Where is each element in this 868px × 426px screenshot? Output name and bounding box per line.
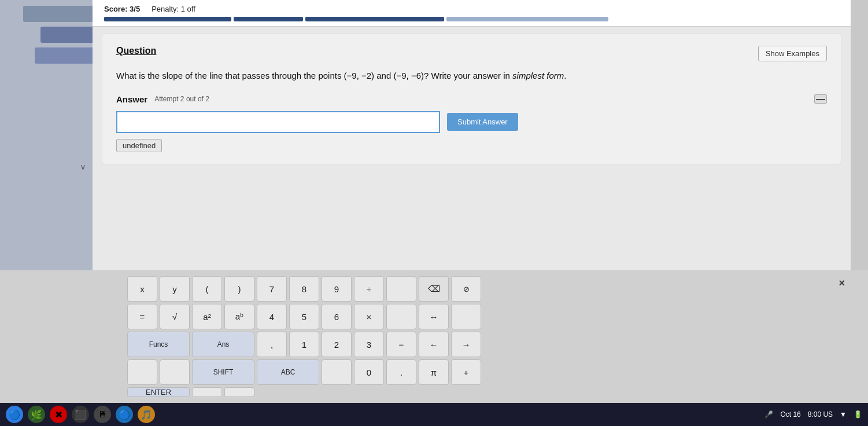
submit-answer-button[interactable]: Submit Answer — [447, 113, 518, 131]
key-3[interactable]: 3 — [354, 332, 384, 357]
taskbar-icon-3[interactable]: ✖ — [50, 406, 67, 423]
key-multiply[interactable]: × — [354, 304, 384, 329]
question-header: Question Show Examples — [116, 46, 827, 61]
answer-section: Answer Attempt 2 out of 2 — Submit Answe… — [116, 94, 827, 152]
key-empty-7 — [192, 387, 222, 397]
key-5[interactable]: 5 — [289, 304, 319, 329]
chevron-down-icon[interactable]: v — [81, 162, 85, 171]
key-shift[interactable]: SHIFT — [192, 359, 254, 385]
taskbar-icon-2[interactable]: 🌿 — [28, 406, 45, 423]
key-pi[interactable]: π — [419, 359, 449, 385]
score-label: Score: 3/5 — [104, 5, 140, 13]
wifi-icon: ▼ — [840, 410, 847, 418]
sidebar-item-2 — [40, 27, 93, 43]
key-empty-1 — [386, 276, 416, 302]
progress-seg-1 — [104, 17, 231, 21]
key-backspace[interactable]: ⌫ — [419, 276, 449, 302]
progress-bar — [104, 17, 839, 21]
taskbar-date: Oct 16 — [780, 410, 800, 418]
key-plus[interactable]: + — [451, 359, 481, 385]
key-clear[interactable]: ⊘ — [451, 276, 481, 302]
taskbar-chrome-icon[interactable]: 🔵 — [6, 406, 23, 423]
key-empty-6 — [322, 359, 352, 385]
key-7[interactable]: 7 — [257, 276, 287, 302]
taskbar-icon-5[interactable]: 🖥 — [94, 406, 111, 423]
key-close-paren[interactable]: ) — [224, 276, 254, 302]
key-8[interactable]: 8 — [289, 276, 319, 302]
taskbar-time: 8:00 US — [808, 410, 833, 418]
key-double-arrow[interactable]: ↔ — [419, 304, 449, 329]
show-examples-button[interactable]: Show Examples — [758, 46, 827, 61]
keyboard-area: × x y ( ) 7 8 9 ÷ ⌫ ⊘ = √ a² aᵇ 4 5 6 × … — [0, 270, 868, 403]
question-title: Question — [116, 46, 156, 56]
taskbar: 🔵 🌿 ✖ ⬛ 🖥 🔵 🎵 🎤 Oct 16 8:00 US ▼ 🔋 — [0, 403, 868, 426]
collapse-icon[interactable]: — — [814, 94, 827, 104]
answer-label: Answer — [116, 94, 147, 104]
sidebar-item-3 — [35, 47, 93, 64]
key-funcs[interactable]: Funcs — [127, 332, 190, 357]
taskbar-right: 🎤 Oct 16 8:00 US ▼ 🔋 — [764, 410, 862, 418]
key-left-arrow[interactable]: ← — [419, 332, 449, 357]
undefined-badge[interactable]: undefined — [116, 139, 162, 152]
key-divide[interactable]: ÷ — [354, 276, 384, 302]
key-power[interactable]: aᵇ — [224, 304, 254, 329]
key-comma[interactable]: , — [257, 332, 287, 357]
score-bar-area: Score: 3/5 Penalty: 1 off — [93, 0, 851, 27]
key-empty-8 — [224, 387, 254, 397]
taskbar-icon-7[interactable]: 🎵 — [138, 406, 155, 423]
mic-icon: 🎤 — [764, 410, 773, 418]
question-area: Question Show Examples What is the slope… — [102, 34, 841, 164]
sidebar-item-1 — [23, 6, 93, 22]
key-2[interactable]: 2 — [322, 332, 352, 357]
key-6[interactable]: 6 — [322, 304, 352, 329]
key-equals[interactable]: = — [127, 304, 157, 329]
key-dot[interactable]: . — [386, 359, 416, 385]
key-empty-5 — [160, 359, 190, 385]
key-x[interactable]: x — [127, 276, 157, 302]
progress-seg-2 — [234, 17, 303, 21]
key-ans[interactable]: Ans — [192, 332, 254, 357]
taskbar-icon-6[interactable]: 🔵 — [116, 406, 133, 423]
keyboard-grid: x y ( ) 7 8 9 ÷ ⌫ ⊘ = √ a² aᵇ 4 5 6 × ↔ … — [127, 276, 486, 397]
question-text: What is the slope of the line that passe… — [116, 69, 827, 83]
answer-input[interactable] — [116, 111, 440, 133]
key-1[interactable]: 1 — [289, 332, 319, 357]
key-minus[interactable]: − — [386, 332, 416, 357]
key-0[interactable]: 0 — [354, 359, 384, 385]
key-squared[interactable]: a² — [192, 304, 222, 329]
key-open-paren[interactable]: ( — [192, 276, 222, 302]
minus-icon: — — [816, 94, 825, 104]
key-abc[interactable]: ABC — [257, 359, 319, 385]
key-empty-4 — [127, 359, 157, 385]
answer-label-row: Answer Attempt 2 out of 2 — — [116, 94, 827, 104]
progress-seg-4 — [446, 17, 608, 21]
answer-input-row: Submit Answer — [116, 111, 827, 133]
taskbar-icon-4[interactable]: ⬛ — [72, 406, 89, 423]
key-enter[interactable]: ENTER — [127, 387, 190, 397]
progress-seg-3 — [305, 17, 444, 21]
key-4[interactable]: 4 — [257, 304, 287, 329]
key-sqrt[interactable]: √ — [160, 304, 190, 329]
key-y[interactable]: y — [160, 276, 190, 302]
keyboard-close-button[interactable]: × — [839, 277, 845, 289]
penalty-label: Penalty: 1 off — [152, 5, 195, 13]
attempt-label: Attempt 2 out of 2 — [154, 95, 209, 103]
key-right-arrow[interactable]: → — [451, 332, 481, 357]
key-empty-3 — [451, 304, 481, 329]
key-9[interactable]: 9 — [322, 276, 352, 302]
key-empty-2 — [386, 304, 416, 329]
battery-icon: 🔋 — [854, 410, 862, 418]
